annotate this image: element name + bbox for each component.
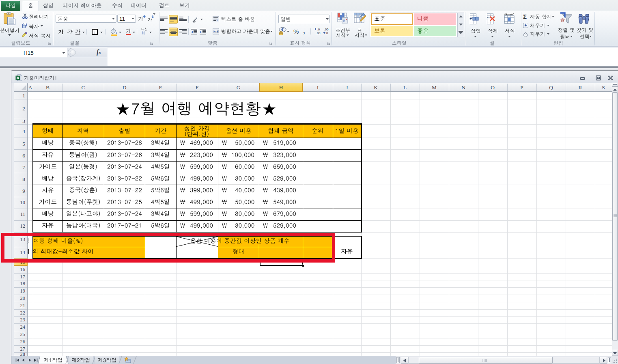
svg-text:.00: .00 xyxy=(324,28,328,31)
svg-text:.0: .0 xyxy=(317,28,320,31)
svg-text:.00: .00 xyxy=(316,31,320,35)
svg-text:.0: .0 xyxy=(325,31,328,35)
